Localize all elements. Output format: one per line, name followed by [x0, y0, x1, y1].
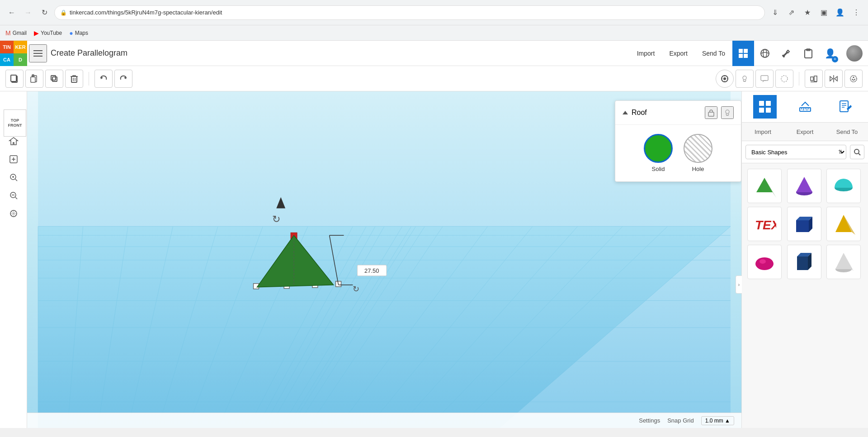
svg-rect-27: [814, 76, 817, 81]
shape-teal-half-sphere[interactable]: [826, 169, 861, 203]
clipboard-button[interactable]: [797, 41, 819, 66]
grid-icon: [738, 48, 749, 59]
undo-button[interactable]: [94, 70, 113, 88]
left-sidebar: TOP FRONT: [0, 91, 27, 428]
duplicate-button[interactable]: [45, 70, 63, 88]
shape-dark-blue-box[interactable]: [787, 245, 821, 279]
menu-button[interactable]: ⋮: [850, 6, 863, 19]
bookmark-maps[interactable]: ● Maps: [69, 29, 88, 37]
circle-btn[interactable]: [775, 70, 793, 88]
header-right: Import Export Send To: [630, 41, 868, 66]
light-btn[interactable]: [736, 70, 754, 88]
perspective-button[interactable]: [5, 205, 22, 222]
clipboard-icon: [803, 48, 814, 59]
bookmark-gmail-label: Gmail: [13, 30, 27, 36]
snap-value-button[interactable]: 1.0 mm ▲: [701, 416, 734, 425]
shape-white-cone[interactable]: [826, 245, 861, 279]
shape-blue-box[interactable]: [787, 207, 821, 241]
shape-purple-cone[interactable]: [787, 169, 821, 203]
sendto-tab[interactable]: Send To: [826, 123, 868, 141]
panel-light-btn[interactable]: [721, 106, 734, 119]
notes-panel-btn[interactable]: [834, 95, 857, 119]
toolbar-right: [716, 70, 863, 88]
share-button[interactable]: ⇗: [785, 6, 797, 19]
shape-yellow-pyramid[interactable]: [826, 207, 861, 241]
browser-bar: ← → ↻ 🔒 tinkercad.com/things/5kRjruN4m7g…: [0, 0, 868, 25]
tools-button[interactable]: [776, 41, 797, 66]
svg-text:↻: ↻: [353, 285, 359, 294]
address-bar[interactable]: 🔒 tinkercad.com/things/5kRjruN4m7g-spect…: [54, 5, 765, 20]
panel-lock-btn[interactable]: [705, 106, 717, 119]
tab-button[interactable]: ▣: [817, 6, 830, 19]
lock-icon: 🔒: [60, 10, 67, 16]
svg-rect-109: [796, 220, 809, 232]
grid-view-button[interactable]: [732, 41, 754, 66]
svg-text:TEXT: TEXT: [755, 218, 776, 232]
panel-search-button[interactable]: [850, 145, 864, 159]
send-to-button[interactable]: Send To: [695, 41, 732, 66]
copy-button[interactable]: [5, 70, 24, 88]
toolbar: [0, 66, 868, 91]
fit-view-button[interactable]: [5, 151, 22, 167]
solid-option[interactable]: Solid: [644, 134, 673, 172]
shape-pink-sphere[interactable]: [747, 245, 782, 279]
back-button[interactable]: ←: [5, 6, 18, 19]
hole-option[interactable]: Hole: [684, 134, 712, 172]
user-add-button[interactable]: 👤 +: [819, 41, 841, 66]
paste-button[interactable]: [25, 70, 43, 88]
duplicate-icon: [50, 74, 59, 83]
export-tab[interactable]: Export: [784, 123, 826, 141]
menu-icon-button[interactable]: [29, 44, 47, 62]
svg-point-7: [761, 49, 769, 57]
redo-icon: [119, 74, 128, 83]
shape-green-pyramid[interactable]: [747, 169, 782, 203]
zoom-in-button[interactable]: [5, 169, 22, 185]
youtube-icon: ▶: [34, 29, 39, 37]
delete-button[interactable]: [65, 70, 83, 88]
align-btn[interactable]: [805, 70, 823, 88]
bookmark-gmail[interactable]: M Gmail: [5, 29, 27, 37]
redo-button[interactable]: [114, 70, 132, 88]
user-avatar[interactable]: [846, 45, 863, 62]
mirror-btn[interactable]: [825, 70, 843, 88]
import-tab[interactable]: Import: [742, 123, 784, 141]
perspective-icon: [9, 209, 19, 218]
ruler-panel-icon: [798, 100, 812, 114]
forward-button[interactable]: →: [22, 6, 34, 19]
grid-panel-btn[interactable]: [753, 95, 777, 119]
gmail-icon: M: [5, 29, 11, 37]
svg-rect-116: [797, 256, 808, 270]
viewport[interactable]: ↻ ↻ 27.: [27, 91, 741, 428]
app-header: TIN KER CA D Create Parallelogram Import…: [0, 41, 868, 66]
profile-button[interactable]: 👤: [834, 6, 846, 19]
bookmark-button[interactable]: ★: [801, 6, 814, 19]
ruler-panel-btn[interactable]: [793, 95, 817, 119]
svg-point-23: [743, 76, 746, 80]
comment-btn[interactable]: [755, 70, 774, 88]
3d-view-button[interactable]: [754, 41, 776, 66]
tinkercad-logo[interactable]: TIN KER CA D: [0, 41, 27, 66]
shape-text-3d[interactable]: TEXT: [747, 207, 782, 241]
zoom-out-button[interactable]: [5, 187, 22, 204]
export-button[interactable]: Export: [662, 41, 694, 66]
settings-label[interactable]: Settings: [639, 417, 660, 424]
3d-icon: [760, 48, 770, 59]
import-button[interactable]: Import: [630, 41, 662, 66]
view-btn[interactable]: [716, 70, 734, 88]
category-select[interactable]: Basic Shapes: [745, 145, 846, 159]
svg-line-102: [859, 153, 860, 155]
solid-label: Solid: [652, 166, 665, 172]
svg-point-25: [781, 76, 788, 82]
reload-button[interactable]: ↻: [38, 6, 51, 19]
app-title: Create Parallelogram: [51, 48, 630, 58]
bookmark-youtube[interactable]: ▶ YouTube: [34, 29, 62, 37]
view-indicator[interactable]: TOP FRONT: [4, 109, 26, 137]
status-bar: Settings Snap Grid 1.0 mm ▲: [27, 413, 741, 428]
group-btn[interactable]: [844, 70, 863, 88]
panel-collapse-btn[interactable]: [623, 111, 628, 114]
search-icon: [853, 148, 861, 156]
panel-collapse-side-btn[interactable]: ›: [736, 276, 742, 294]
download-button[interactable]: ⇓: [769, 6, 781, 19]
toolbar-sep-2: [799, 72, 799, 86]
main-content: TOP FRONT: [0, 91, 868, 428]
